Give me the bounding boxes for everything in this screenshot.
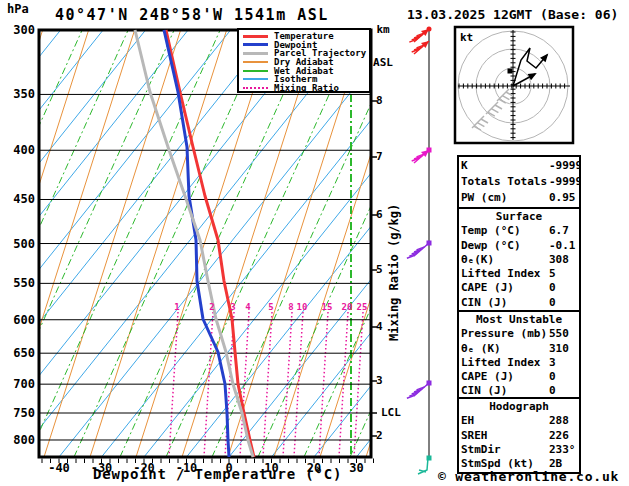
info-row-value: 550	[549, 327, 569, 341]
pressure-tick-label: 350	[4, 87, 35, 101]
wind-barb	[407, 241, 432, 259]
info-row-value: 226	[549, 429, 569, 443]
mixing-ratio-value-label: 8	[288, 302, 293, 312]
datetime-label: 13.03.2025 12GMT (Base: 06)	[407, 7, 618, 22]
info-row-value: -9999	[549, 174, 581, 190]
pressure-tick-label: 800	[4, 433, 35, 447]
pressure-tick-label: 600	[4, 313, 35, 327]
parcel-trajectory-swatch	[243, 52, 268, 55]
info-row-label: Dewp (°C)	[461, 239, 521, 252]
info-table-section: HodographEH288SREH226StmDir233°StmSpd (k…	[457, 397, 581, 474]
info-row-label: PW (cm)	[461, 191, 507, 204]
altitude-tick-label: 5	[376, 263, 383, 276]
mixing-ratio-value-label: 15	[322, 302, 333, 312]
info-table-row: θₑ (K)310	[461, 342, 577, 356]
info-table-row: θₑ(K)308	[461, 253, 577, 267]
info-row-label: Lifted Index	[461, 356, 540, 369]
info-row-value: 233°	[549, 443, 576, 457]
x-axis-label: Dewpoint / Temperature (°C)	[93, 466, 342, 482]
mixing-ratio-value-label: 5	[268, 302, 273, 312]
info-table-header: Surface	[461, 210, 577, 224]
info-table-row: EH288	[461, 414, 577, 428]
mixing-ratio-value-label: 4	[245, 302, 250, 312]
info-row-label: CIN (J)	[461, 384, 507, 397]
hodograph-dot	[508, 69, 513, 74]
info-table-header: Most Unstable	[461, 313, 577, 327]
info-row-label: SREH	[461, 429, 488, 442]
pressure-tick-label: 400	[4, 143, 35, 157]
info-row-label: Pressure (mb)	[461, 327, 547, 340]
info-table-row: CAPE (J)0	[461, 281, 577, 295]
info-row-label: Totals Totals	[461, 175, 547, 188]
info-row-value: 0	[549, 370, 556, 384]
mixing-ratio-value-label: 2	[209, 302, 214, 312]
info-table-row: Lifted Index3	[461, 356, 577, 370]
dewpoint-swatch	[243, 43, 268, 46]
info-row-label: θₑ (K)	[461, 342, 501, 355]
wind-barb	[418, 456, 432, 475]
info-table-row: CAPE (J)0	[461, 370, 577, 384]
info-row-value: 288	[549, 414, 569, 428]
info-row-label: CIN (J)	[461, 296, 507, 309]
info-table-section: K-9999Totals Totals-9999PW (cm)0.95	[457, 155, 581, 209]
info-row-label: θₑ(K)	[461, 253, 494, 266]
altitude-unit-asl: ASL	[368, 57, 398, 68]
mixing-ratio-swatch	[243, 87, 268, 89]
altitude-tick-label: 7	[376, 150, 383, 163]
mixing-ratio-value-label: 1	[174, 302, 179, 312]
temperature-tick-label: -40	[48, 461, 70, 475]
info-table-row: Dewp (°C)-0.1	[461, 239, 577, 253]
hodograph-unit-label: kt	[460, 31, 473, 44]
pressure-tick-label: 700	[4, 377, 35, 391]
info-table-row: Temp (°C)6.7	[461, 224, 577, 238]
wind-barb-dot	[427, 148, 432, 153]
legend-item: Mixing Ratio	[243, 84, 369, 93]
pressure-tick-label: 750	[4, 406, 35, 420]
wind-barb	[412, 41, 429, 54]
info-row-label: Temp (°C)	[461, 224, 521, 237]
wind-barb	[407, 381, 432, 399]
info-table-row: Pressure (mb)550	[461, 327, 577, 341]
info-row-value: 0.95	[549, 190, 576, 206]
info-row-value: 3	[549, 356, 556, 370]
pressure-tick-label: 500	[4, 237, 35, 251]
info-row-label: K	[461, 159, 468, 172]
temperature-swatch	[243, 35, 268, 38]
info-row-label: EH	[461, 414, 474, 427]
mixing-ratio-value-label: 10	[297, 302, 308, 312]
mixing-ratio-value-label: 25	[357, 302, 368, 312]
pressure-tick-label: 550	[4, 276, 35, 290]
info-row-value: 6.7	[549, 224, 569, 238]
pressure-tick-label: 650	[4, 346, 35, 360]
info-table-row: K-9999	[461, 158, 577, 174]
wind-barb-dot	[427, 27, 432, 32]
altitude-tick-label: 3	[376, 374, 383, 387]
altitude-tick-label: 6	[376, 208, 383, 221]
info-row-label: CAPE (J)	[461, 370, 514, 383]
info-row-label: CAPE (J)	[461, 281, 514, 294]
lcl-label: LCL	[381, 406, 401, 419]
info-row-value: 0	[549, 296, 556, 310]
info-table-row: CIN (J)0	[461, 296, 577, 310]
info-row-value: 0	[549, 281, 556, 295]
info-table-section: Most UnstablePressure (mb)550θₑ (K)310Li…	[457, 310, 581, 402]
altitude-tick-label: 2	[376, 429, 383, 442]
wind-barb-dot	[427, 241, 432, 246]
info-row-value: 5	[549, 267, 556, 281]
wind-barb-dot	[427, 381, 432, 386]
altitude-tick-label: 8	[376, 94, 383, 107]
info-row-value: 308	[549, 253, 569, 267]
wet-adiabat-swatch	[243, 70, 268, 72]
wind-barb	[409, 27, 431, 43]
info-table-row: SREH226	[461, 429, 577, 443]
legend-item-label: Mixing Ratio	[274, 83, 339, 93]
info-row-label: Lifted Index	[461, 267, 540, 280]
info-table-row: PW (cm)0.95	[461, 190, 577, 206]
altitude-tick-label: 4	[376, 320, 383, 333]
altitude-axis-unit: km ASL	[368, 2, 398, 90]
skewt-sounding-page: hPa 40°47'N 24B°58'W 1541m ASL km ASL 13…	[0, 0, 629, 486]
pressure-tick-label: 300	[4, 23, 35, 37]
info-table-header: Hodograph	[461, 400, 577, 414]
info-row-value: -0.1	[549, 239, 576, 253]
page-title: 40°47'N 24B°58'W 1541m ASL	[55, 6, 329, 24]
